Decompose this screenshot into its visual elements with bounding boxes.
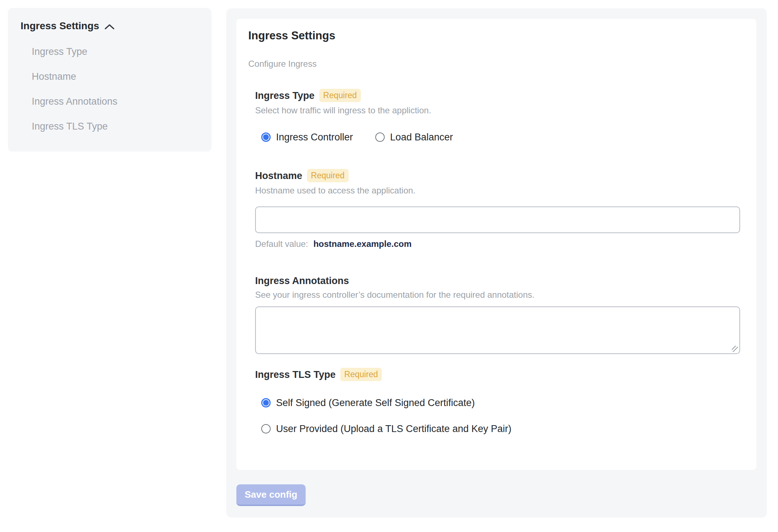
ingress-annotations-description: See your ingress controller’s documentat… [255,290,742,300]
ingress-annotations-field [255,306,740,354]
ingress-annotations-label: Ingress Annotations [255,275,349,287]
required-badge: Required [340,368,382,381]
radio-user-provided[interactable]: User Provided (Upload a TLS Certificate … [261,423,742,435]
radio-self-signed[interactable]: Self Signed (Generate Self Signed Certif… [261,397,742,409]
hostname-label: Hostname [255,170,302,182]
resize-grip-icon[interactable] [732,346,738,352]
section-ingress-tls-type: Ingress TLS Type Required Self Signed (G… [255,368,742,435]
default-value-text: hostname.example.com [313,239,411,249]
section-ingress-type: Ingress Type Required Select how traffic… [255,89,742,143]
hostname-default-line: Default value: hostname.example.com [255,239,742,249]
radio-load-balancer[interactable]: Load Balancer [375,131,453,143]
radio-label: Self Signed (Generate Self Signed Certif… [276,397,475,409]
ingress-type-label: Ingress Type [255,90,315,101]
hostname-description: Hostname used to access the application. [255,186,742,196]
sidebar-item-ingress-annotations[interactable]: Ingress Annotations [32,96,203,107]
save-config-button[interactable]: Save config [236,484,306,506]
settings-sidebar: Ingress Settings Ingress Type Hostname I… [8,8,211,152]
radio-button-icon[interactable] [375,132,385,142]
ingress-settings-panel: Ingress Settings Configure Ingress Ingre… [226,8,767,518]
required-badge: Required [319,89,361,102]
sidebar-item-ingress-type[interactable]: Ingress Type [32,46,203,57]
default-value-label: Default value: [255,239,308,249]
ingress-tls-type-label: Ingress TLS Type [255,369,336,380]
ingress-annotations-textarea[interactable] [255,306,740,354]
sidebar-item-ingress-tls-type[interactable]: Ingress TLS Type [32,121,203,132]
ingress-tls-radio-group: Self Signed (Generate Self Signed Certif… [261,397,742,435]
page-subtitle: Configure Ingress [248,59,742,69]
sidebar-section-toggle[interactable]: Ingress Settings [21,20,203,32]
ingress-settings-card: Ingress Settings Configure Ingress Ingre… [236,19,756,470]
section-ingress-annotations: Ingress Annotations See your ingress con… [255,275,742,354]
required-badge: Required [307,169,349,182]
sidebar-section-title: Ingress Settings [21,20,99,32]
radio-label: Load Balancer [390,131,453,143]
radio-button-icon[interactable] [261,398,271,407]
sidebar-item-list: Ingress Type Hostname Ingress Annotation… [32,46,203,132]
radio-label: Ingress Controller [276,131,353,143]
page-title: Ingress Settings [248,29,742,42]
section-hostname: Hostname Required Hostname used to acces… [255,169,742,249]
chevron-up-icon [105,24,114,30]
hostname-input[interactable] [255,206,740,233]
radio-button-icon[interactable] [261,424,271,433]
radio-ingress-controller[interactable]: Ingress Controller [261,131,353,143]
radio-label: User Provided (Upload a TLS Certificate … [276,423,511,435]
sidebar-item-hostname[interactable]: Hostname [32,71,203,82]
radio-button-icon[interactable] [261,132,271,142]
ingress-type-description: Select how traffic will ingress to the a… [255,105,742,115]
ingress-type-radio-group: Ingress Controller Load Balancer [261,131,742,143]
